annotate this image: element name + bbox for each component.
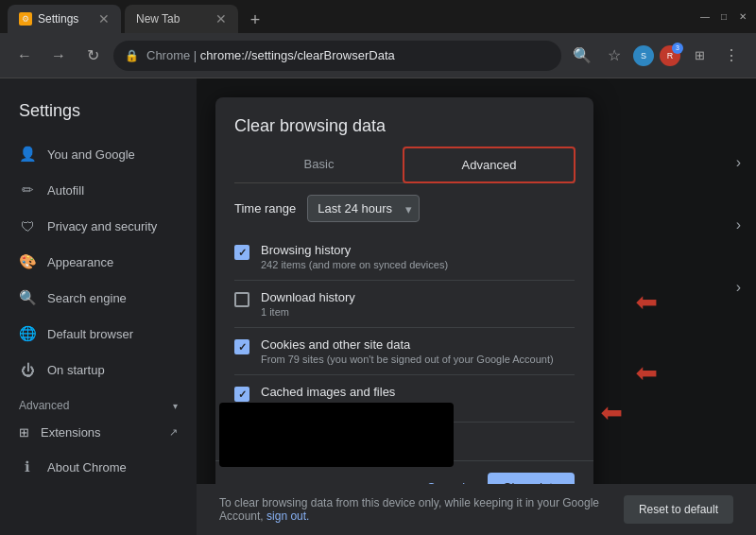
extension-icon-2[interactable]: R 3: [660, 45, 680, 66]
right-arrow-3: ›: [736, 279, 741, 296]
bookmark-icon[interactable]: ☆: [601, 43, 627, 69]
bottom-bar: To clear browsing data from this device …: [197, 484, 756, 535]
addressbar: ← → ↻ 🔒 Chrome | chrome://settings/clear…: [0, 33, 756, 78]
privacy-icon: 🛡: [19, 217, 36, 234]
checkbox-cookies-box[interactable]: [234, 339, 249, 354]
reset-to-default-button[interactable]: Reset to default: [624, 495, 733, 524]
sidebar-item-about-label: About Chrome: [47, 460, 127, 475]
checkbox-browsing-history-box[interactable]: [234, 245, 249, 260]
menu-button[interactable]: ⋮: [718, 43, 745, 69]
sidebar-item-autofill[interactable]: ✏ Autofill: [0, 172, 197, 208]
maximize-button[interactable]: □: [718, 11, 730, 23]
checkbox-browsing-history: Browsing history 242 items (and more on …: [234, 233, 575, 281]
extension-icon-1[interactable]: S: [633, 45, 654, 66]
arrow-cached: ➡: [601, 397, 623, 428]
dialog-tabs: Basic Advanced: [234, 147, 575, 183]
sidebar-title: Settings: [0, 94, 197, 136]
sidebar-item-you-and-google[interactable]: 👤 You and Google: [0, 136, 197, 172]
autofill-icon: ✏: [19, 181, 36, 198]
search-engine-icon: 🔍: [19, 289, 36, 306]
extensions-icon: ⊞: [19, 425, 29, 440]
sidebar-item-search-label: Search engine: [47, 291, 127, 305]
new-tab-button[interactable]: +: [242, 7, 268, 33]
tab-newtab-close[interactable]: ✕: [208, 11, 227, 26]
appearance-icon: 🎨: [19, 253, 36, 270]
tab-bar: ⚙ Settings ✕ New Tab ✕ +: [8, 0, 692, 33]
sidebar-item-search[interactable]: 🔍 Search engine: [0, 280, 197, 316]
about-icon: ℹ: [19, 458, 36, 475]
window-controls: — □ ✕: [699, 11, 748, 23]
right-arrow-1: ›: [736, 154, 741, 171]
you-google-icon: 👤: [19, 146, 36, 163]
tab-settings[interactable]: ⚙ Settings ✕: [8, 5, 121, 33]
sidebar-item-extensions[interactable]: ⊞ Extensions ↗: [0, 416, 197, 449]
advanced-chevron: ▾: [173, 401, 178, 411]
sidebar-item-startup-label: On startup: [47, 363, 105, 377]
sidebar-item-privacy[interactable]: 🛡 Privacy and security: [0, 208, 197, 244]
sidebar-item-startup[interactable]: ⏻ On startup: [0, 352, 197, 388]
tab-newtab-label: New Tab: [136, 12, 180, 26]
arrow-browsing: ➡: [636, 286, 658, 318]
browsing-history-desc: 242 items (and more on synced devices): [261, 259, 575, 270]
address-bar-input[interactable]: 🔒 Chrome | chrome://settings/clearBrowse…: [113, 41, 561, 71]
sidebar-item-extensions-label: Extensions: [41, 425, 101, 440]
right-arrows-panel: › › ›: [736, 154, 741, 296]
dialog-title: Clear browsing data: [234, 116, 575, 136]
sidebar: Settings 👤 You and Google ✏ Autofill 🛡 P…: [0, 78, 197, 535]
extensions-button[interactable]: ⊞: [686, 43, 713, 69]
tab-advanced[interactable]: Advanced: [403, 147, 576, 183]
tab-basic[interactable]: Basic: [234, 147, 404, 182]
forward-button[interactable]: →: [45, 43, 72, 69]
sidebar-item-privacy-label: Privacy and security: [47, 219, 157, 233]
cookies-desc: From 79 sites (you won't be signed out o…: [261, 354, 575, 365]
arrow-cookies: ➡: [636, 357, 658, 388]
sidebar-item-autofill-label: Autofill: [47, 183, 84, 198]
sign-out-link[interactable]: sign out.: [266, 509, 309, 523]
tab-settings-close[interactable]: ✕: [91, 11, 110, 26]
sidebar-item-browser-label: Default browser: [47, 327, 133, 341]
cached-images-label: Cached images and files: [261, 385, 575, 399]
time-range-select[interactable]: Last hour Last 24 hours Last 7 days Last…: [307, 195, 420, 222]
checkbox-download-history-box[interactable]: [234, 292, 249, 307]
checkbox-download-history: Download history 1 item: [234, 281, 575, 328]
time-range-row: Time range Last hour Last 24 hours Last …: [234, 195, 575, 222]
sidebar-item-about[interactable]: ℹ About Chrome: [0, 449, 197, 485]
content-area: Clear browsing data Basic Advanced Time …: [197, 78, 756, 535]
sidebar-item-appearance-label: Appearance: [47, 255, 113, 269]
sidebar-item-browser[interactable]: 🌐 Default browser: [0, 316, 197, 352]
time-range-label: Time range: [234, 201, 296, 216]
main-layout: Settings 👤 You and Google ✏ Autofill 🛡 P…: [0, 78, 756, 535]
cookies-label: Cookies and other site data: [261, 337, 575, 352]
lock-icon: 🔒: [125, 49, 139, 62]
startup-icon: ⏻: [19, 361, 36, 378]
sidebar-item-you-and-google-label: You and Google: [47, 147, 135, 162]
checkbox-cached-images-box[interactable]: [234, 387, 249, 402]
browser-icon: 🌐: [19, 325, 36, 342]
titlebar: ⚙ Settings ✕ New Tab ✕ + — □ ✕: [0, 0, 756, 33]
search-icon[interactable]: 🔍: [569, 43, 595, 69]
refresh-button[interactable]: ↻: [79, 43, 106, 69]
bottom-text: To clear browsing data from this device …: [219, 496, 609, 523]
advanced-label: Advanced: [19, 399, 69, 412]
close-button[interactable]: ✕: [737, 11, 748, 23]
download-history-desc: 1 item: [261, 306, 575, 318]
ext-badge: 3: [672, 43, 683, 54]
time-range-select-wrapper[interactable]: Last hour Last 24 hours Last 7 days Last…: [307, 195, 420, 222]
tab-newtab[interactable]: New Tab ✕: [125, 5, 238, 33]
download-history-label: Download history: [261, 290, 575, 304]
tab-settings-label: Settings: [38, 12, 78, 26]
url-prefix: Chrome | chrome://settings/clearBrowserD…: [146, 48, 395, 62]
black-image-area: [219, 403, 454, 467]
advanced-section[interactable]: Advanced ▾: [0, 388, 197, 416]
external-link-icon: ↗: [169, 426, 178, 439]
sidebar-item-appearance[interactable]: 🎨 Appearance: [0, 244, 197, 280]
minimize-button[interactable]: —: [699, 11, 711, 23]
dialog-header: Clear browsing data Basic Advanced: [215, 97, 593, 183]
browsing-history-label: Browsing history: [261, 243, 575, 257]
right-arrow-2: ›: [736, 216, 741, 233]
back-button[interactable]: ←: [11, 43, 38, 69]
settings-tab-icon: ⚙: [19, 12, 32, 26]
toolbar-icons: 🔍 ☆ S R 3 ⊞ ⋮: [569, 43, 745, 69]
checkbox-cookies: Cookies and other site data From 79 site…: [234, 328, 575, 375]
